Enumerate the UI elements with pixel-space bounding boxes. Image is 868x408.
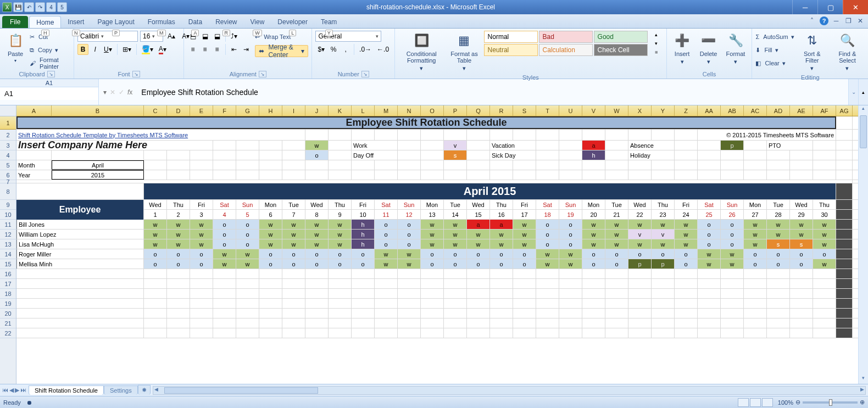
cell[interactable] (190, 269, 213, 278)
cell[interactable] (421, 328, 444, 338)
cell[interactable]: Sun (236, 200, 259, 209)
cell[interactable] (767, 150, 790, 160)
cell[interactable] (282, 269, 305, 278)
cell[interactable]: Year (16, 170, 52, 180)
cell[interactable]: 8 (305, 210, 329, 219)
cell[interactable] (698, 279, 721, 288)
cell[interactable]: o (329, 259, 352, 269)
cell[interactable]: a (467, 220, 490, 229)
cell[interactable]: 19 (559, 210, 582, 219)
cell[interactable]: a (490, 220, 513, 229)
col-header[interactable]: D (167, 105, 190, 116)
cell[interactable] (444, 299, 467, 308)
cell[interactable] (467, 279, 490, 288)
cell[interactable] (836, 210, 853, 219)
cell[interactable]: w (813, 230, 836, 239)
cell[interactable] (167, 309, 190, 318)
cell[interactable]: w (305, 239, 329, 249)
cell[interactable] (490, 130, 513, 140)
cell[interactable]: Absence (628, 141, 675, 150)
bold-button[interactable]: B (77, 44, 88, 55)
cell[interactable] (605, 289, 628, 298)
cell[interactable]: w (190, 230, 213, 239)
cell[interactable] (652, 279, 675, 288)
cell[interactable] (352, 328, 375, 338)
cell[interactable] (836, 318, 853, 328)
cell[interactable]: Month (16, 160, 52, 170)
cell[interactable] (282, 328, 305, 338)
cell[interactable] (605, 150, 628, 160)
cell[interactable]: w (421, 230, 444, 239)
cell[interactable]: o (444, 259, 467, 269)
cell[interactable] (167, 289, 190, 298)
cell[interactable]: 29 (790, 210, 813, 219)
cell[interactable]: w (559, 259, 582, 269)
cell[interactable] (605, 269, 628, 278)
cell[interactable] (16, 299, 144, 308)
cell[interactable]: h (352, 239, 375, 249)
cell[interactable]: w (605, 239, 628, 249)
cell[interactable]: p (652, 259, 675, 269)
cell[interactable] (836, 220, 853, 229)
qat-undo-icon[interactable]: ↶ (24, 2, 34, 12)
cell[interactable] (236, 309, 259, 318)
row-header[interactable]: 2 (0, 130, 16, 141)
cell[interactable] (305, 269, 329, 278)
cell[interactable]: o (398, 230, 421, 239)
cell[interactable]: w (813, 239, 836, 249)
cell[interactable]: 18 (536, 210, 559, 219)
cell[interactable]: Wed (305, 200, 329, 209)
align-center-button[interactable]: ≡ (199, 44, 210, 55)
cell[interactable] (16, 180, 853, 183)
col-header[interactable]: P (444, 105, 467, 116)
tab-view[interactable]: ViewW (244, 16, 271, 28)
cell[interactable]: 6 (259, 210, 282, 219)
cell[interactable] (513, 289, 536, 298)
cell[interactable] (813, 318, 836, 328)
cell[interactable]: w (329, 220, 352, 229)
cell[interactable] (790, 150, 813, 160)
cell[interactable] (813, 170, 836, 180)
tab-home[interactable]: HomeH (29, 16, 61, 28)
cell[interactable] (398, 328, 421, 338)
cell[interactable] (259, 279, 282, 288)
cell[interactable] (698, 328, 721, 338)
qat-redo-icon[interactable]: ↷ (35, 2, 45, 12)
col-header[interactable]: AF (813, 105, 836, 116)
cell[interactable]: o (721, 230, 744, 239)
cell[interactable] (190, 328, 213, 338)
cell[interactable] (167, 299, 190, 308)
cell[interactable] (305, 309, 329, 318)
cell[interactable] (652, 130, 675, 140)
row-header[interactable]: 21 (0, 318, 16, 328)
align-right-button[interactable]: ≡ (212, 44, 222, 55)
cell[interactable] (213, 170, 236, 180)
cell[interactable] (352, 269, 375, 278)
cell[interactable]: w (375, 259, 398, 269)
cell[interactable]: w (282, 230, 305, 239)
cell[interactable] (836, 141, 853, 150)
cell-style-good[interactable]: Good (594, 31, 648, 43)
fill-color-button[interactable]: 🪣▾ (140, 44, 155, 55)
cell[interactable] (744, 328, 767, 338)
cell[interactable] (490, 289, 513, 298)
cell[interactable]: o (698, 230, 721, 239)
cell[interactable]: 10 (352, 210, 375, 219)
cell[interactable]: PTO (767, 141, 813, 150)
col-header[interactable]: Y (652, 105, 675, 116)
cell[interactable] (375, 309, 398, 318)
cell[interactable]: w (167, 239, 190, 249)
cell[interactable] (16, 269, 144, 278)
col-header[interactable]: AD (767, 105, 790, 116)
cell[interactable]: 4 (213, 210, 236, 219)
cell[interactable]: o (167, 259, 190, 269)
cell[interactable] (329, 328, 352, 338)
cell[interactable]: 28 (767, 210, 790, 219)
cell[interactable] (813, 279, 836, 288)
cell[interactable] (652, 160, 675, 170)
cell[interactable]: Fri (190, 200, 213, 209)
cell[interactable] (536, 279, 559, 288)
cell[interactable]: Fri (513, 200, 536, 209)
cell[interactable] (259, 328, 282, 338)
col-header[interactable]: R (490, 105, 513, 116)
